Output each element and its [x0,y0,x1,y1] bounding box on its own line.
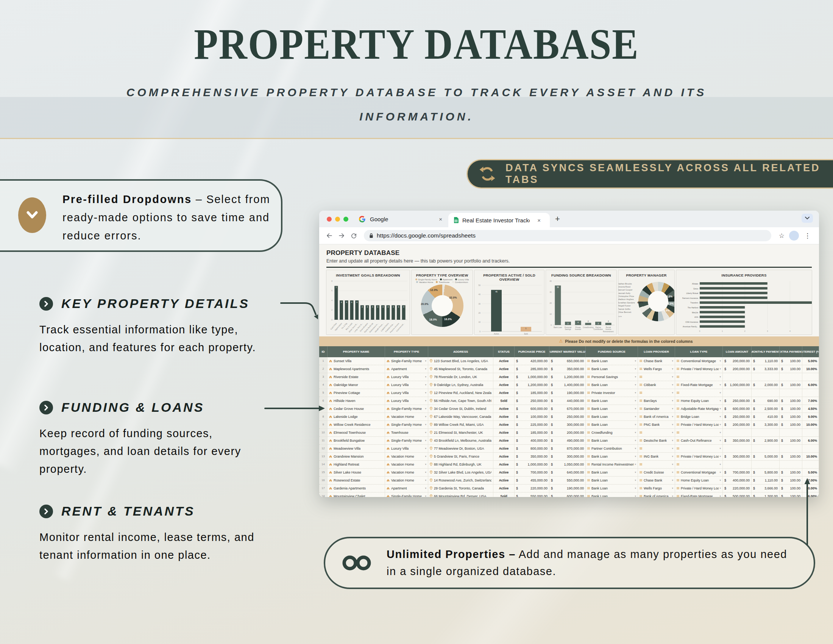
new-tab-button[interactable]: + [555,214,560,224]
funding-source-cell[interactable]: Bank Loan▾ [586,493,638,497]
interest-cell[interactable]: 10.00% [802,365,819,373]
purchase-price-cell[interactable]: $1,200,000.00 [515,381,549,389]
loan-provider-cell[interactable]: Deutsche Bank▾ [638,437,675,444]
loan-provider-cell[interactable]: Wells Fargo▾ [638,485,675,492]
loan-type-cell[interactable]: Fixed-Rate Mortgage▾ [675,381,723,389]
funding-source-cell[interactable]: Bank Loan▾ [586,421,638,428]
market-value-cell[interactable]: $600,000.00 [549,493,586,497]
property-name-cell[interactable]: Brookfield Bungalow [328,437,385,444]
property-type-cell[interactable]: Single-Family Home▾ [385,421,428,428]
monthly-payment-cell[interactable]: $690.00 [752,397,780,404]
address-cell[interactable]: 14 Rosewood Ave, Zurich, Switzerland [428,477,494,484]
status-cell[interactable]: Active [494,405,515,412]
funding-source-cell[interactable]: Bank Loan▾ [586,397,638,404]
browser-menu-icon[interactable]: ⋮ [804,232,810,240]
purchase-price-cell[interactable]: $350,000.00 [515,453,549,460]
address-cell[interactable]: 89 Willow Creek Rd, Miami, USA [428,421,494,428]
loan-provider-cell[interactable]: ▾ [638,429,675,436]
purchase-price-cell[interactable]: $225,000.00 [515,421,549,428]
table-row[interactable]: 11Brookfield BungalowSingle-Family Home▾… [319,437,819,445]
extra-payment-cell[interactable]: $100.00 [780,485,802,492]
address-cell[interactable]: 5 Grandview St, Paris, France [428,453,494,460]
address-cell[interactable]: 34 Cedar Grove St, Dublin, Ireland [428,405,494,412]
property-name-cell[interactable]: Grandview Mansion [328,453,385,460]
property-type-cell[interactable]: Vacation Home▾ [385,477,428,484]
monthly-payment-cell[interactable] [752,445,780,452]
loan-amount-cell[interactable]: $300,000.00 [723,453,752,460]
status-cell[interactable]: Sold [494,493,515,497]
market-value-cell[interactable]: $1,400,000.00 [549,381,586,389]
table-row[interactable]: 4Oakridge ManorLuxury Villa▾9 Oakridge L… [319,381,819,389]
loan-amount-cell[interactable]: $200,000.00 [723,421,752,428]
interest-cell[interactable]: 4.50% [802,405,819,412]
funding-source-cell[interactable]: Bank Loan▾ [586,413,638,420]
back-icon[interactable] [325,232,334,239]
monthly-payment-cell[interactable]: $1,110.00 [752,477,780,484]
market-value-cell[interactable]: $550,000.00 [549,477,586,484]
monthly-payment-cell[interactable]: $2,500.00 [752,405,780,412]
tab-real-estate-tracker[interactable]: Real Estate Investor Tracker × [448,213,550,227]
tab-search-chevron-icon[interactable] [802,214,813,223]
status-cell[interactable]: Active [494,421,515,428]
loan-type-cell[interactable]: Bridge Loan▾ [675,413,723,420]
property-name-cell[interactable]: Cedar Grove House [328,405,385,412]
property-name-cell[interactable]: Mountainview Chalet [328,493,385,497]
status-cell[interactable]: Active [494,373,515,381]
extra-payment-cell[interactable] [780,389,802,397]
table-row[interactable]: 10Elmwood TownhouseTownhouse▾21 Elmwood … [319,429,819,437]
purchase-price-cell[interactable]: $600,000.00 [515,405,549,412]
interest-cell[interactable]: 5.00% [802,357,819,365]
extra-payment-cell[interactable]: $100.00 [780,453,802,460]
profile-avatar[interactable] [789,231,799,241]
market-value-cell[interactable]: $870,000.00 [549,445,586,452]
address-cell[interactable]: 67 Lakeside Way, Vancouver, Canada [428,413,494,420]
loan-type-cell[interactable]: ▾ [675,445,723,452]
extra-payment-cell[interactable]: $100.00 [780,493,802,497]
loan-type-cell[interactable]: Fixed-Rate Mortgage▾ [675,493,723,497]
loan-type-cell[interactable]: Conventional Mortgage▾ [675,357,723,365]
loan-provider-cell[interactable]: Citibank▾ [638,381,675,389]
address-cell[interactable]: 43 Brookfield Ln, Melbourne, Australia [428,437,494,444]
loan-provider-cell[interactable]: PNC Bank▾ [638,421,675,428]
loan-provider-cell[interactable]: Credit Suisse▾ [638,469,675,476]
status-cell[interactable]: Active [494,469,515,476]
interest-cell[interactable] [802,460,819,468]
funding-source-cell[interactable]: Bank Loan▾ [586,405,638,412]
purchase-price-cell[interactable]: $1,000,000.00 [515,373,549,381]
monthly-payment-cell[interactable]: $5,800.00 [752,469,780,476]
loan-provider-cell[interactable]: Wells Fargo▾ [638,365,675,373]
address-cell[interactable]: 66 Mountainview Rd, Denver, USA [428,493,494,497]
purchase-price-cell[interactable]: $420,000.00 [515,357,549,365]
tab-google[interactable]: Google × [359,216,446,222]
loan-amount-cell[interactable] [723,429,752,436]
forward-icon[interactable] [337,232,346,239]
reload-icon[interactable] [349,233,359,239]
loan-amount-cell[interactable]: $400,000.00 [723,477,752,484]
extra-payment-cell[interactable]: $100.00 [780,421,802,428]
property-type-cell[interactable]: Vacation Home▾ [385,469,428,476]
loan-type-cell[interactable]: Home Equity Loan▾ [675,397,723,404]
property-type-cell[interactable]: Luxury Villa▾ [385,389,428,397]
table-row[interactable]: 13Grandview MansionVacation Home▾5 Grand… [319,453,819,460]
market-value-cell[interactable]: $300,000.00 [549,453,586,460]
status-cell[interactable]: Active [494,445,515,452]
loan-provider-cell[interactable]: Chase Bank▾ [638,477,675,484]
funding-source-cell[interactable]: Bank Loan▾ [586,357,638,365]
purchase-price-cell[interactable]: $220,000.00 [515,485,549,492]
loan-type-cell[interactable]: Conventional Mortgage▾ [675,469,723,476]
property-type-cell[interactable]: Luxury Villa▾ [385,397,428,404]
purchase-price-cell[interactable]: $100,000.00 [515,413,549,420]
table-row[interactable]: 14Highland RetreatVacation Home▾88 Highl… [319,460,819,469]
loan-amount-cell[interactable]: $1,000,000.00 [723,381,752,389]
property-name-cell[interactable]: Rosewood Estate [328,477,385,484]
loan-provider-cell[interactable]: ▾ [638,389,675,397]
property-name-cell[interactable]: Willow Creek Residence [328,421,385,428]
interest-cell[interactable]: 9.00% [802,413,819,420]
interest-cell[interactable]: 5.00% [802,469,819,476]
loan-type-cell[interactable]: Private / Hard Money Loan▾ [675,485,723,492]
property-type-cell[interactable]: Apartment▾ [385,365,428,373]
purchase-price-cell[interactable]: $455,000.00 [515,477,549,484]
property-type-cell[interactable]: Luxury Villa▾ [385,373,428,381]
monthly-payment-cell[interactable]: $1,300.00 [752,493,780,497]
status-cell[interactable]: Active [494,357,515,365]
